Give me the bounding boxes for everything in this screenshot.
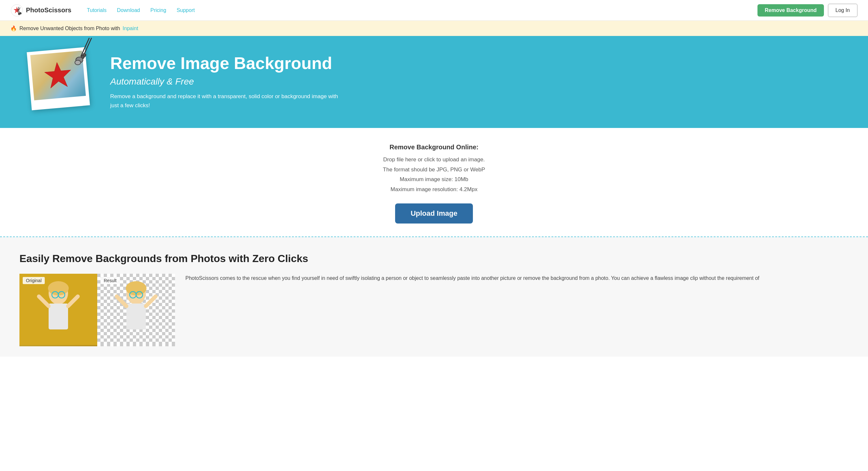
promo-banner: 🔥 Remove Unwanted Objects from Photo wit… bbox=[0, 21, 868, 36]
svg-rect-12 bbox=[49, 304, 68, 330]
navbar-right: Remove Background Log In bbox=[757, 4, 858, 17]
features-description: PhotoScissors comes to the rescue when y… bbox=[185, 274, 848, 282]
fire-emoji: 🔥 bbox=[10, 25, 17, 31]
original-label: Original bbox=[23, 277, 45, 284]
features-content: Original bbox=[20, 274, 848, 346]
upload-image-button[interactable]: Upload Image bbox=[395, 203, 473, 224]
navbar: PhotoScissors Tutorials Download Pricing… bbox=[0, 0, 868, 21]
svg-rect-25 bbox=[126, 304, 146, 330]
hero-image bbox=[26, 46, 97, 117]
comparison-box: Original bbox=[20, 274, 175, 346]
banner-text: Remove Unwanted Objects from Photo with bbox=[20, 26, 120, 31]
nav-links: Tutorials Download Pricing Support bbox=[87, 7, 195, 13]
hero-title: Remove Image Background bbox=[110, 54, 842, 73]
logo-text: PhotoScissors bbox=[26, 6, 71, 14]
hero-description: Remove a background and replace it with … bbox=[110, 92, 344, 109]
person-result bbox=[97, 274, 175, 345]
hero-text: Remove Image Background Automatically & … bbox=[110, 54, 842, 110]
svg-point-3 bbox=[20, 12, 21, 14]
features-text: PhotoScissors comes to the rescue when y… bbox=[185, 274, 848, 282]
scissors-icon bbox=[74, 37, 104, 66]
upload-line1: Drop file here or click to upload an ima… bbox=[10, 155, 858, 165]
nav-tutorials[interactable]: Tutorials bbox=[87, 7, 106, 13]
hero-subtitle: Automatically & Free bbox=[110, 76, 842, 87]
result-panel: Result bbox=[97, 274, 175, 346]
upload-title: Remove Background Online: bbox=[10, 143, 858, 151]
logo-icon bbox=[10, 4, 23, 17]
features-title: Easily Remove Backgrounds from Photos wi… bbox=[20, 253, 848, 265]
upload-section: Remove Background Online: Drop file here… bbox=[0, 128, 868, 237]
upload-line4: Maximum image resolution: 4.2Mpx bbox=[10, 184, 858, 195]
original-panel: Original bbox=[20, 274, 97, 346]
person-original bbox=[20, 274, 97, 345]
svg-point-8 bbox=[75, 60, 81, 65]
svg-marker-4 bbox=[44, 61, 72, 89]
hero-section: Remove Image Background Automatically & … bbox=[0, 36, 868, 128]
result-label: Result bbox=[100, 277, 120, 284]
features-section: Easily Remove Backgrounds from Photos wi… bbox=[0, 237, 868, 357]
logo[interactable]: PhotoScissors bbox=[10, 4, 71, 17]
login-button[interactable]: Log In bbox=[828, 4, 858, 17]
upload-line2: The format should be JPG, PNG or WebP bbox=[10, 165, 858, 175]
inpaint-link[interactable]: Inpaint bbox=[123, 26, 138, 31]
nav-download[interactable]: Download bbox=[117, 7, 140, 13]
remove-background-button[interactable]: Remove Background bbox=[757, 4, 824, 16]
upload-description: Drop file here or click to upload an ima… bbox=[10, 155, 858, 194]
nav-pricing[interactable]: Pricing bbox=[150, 7, 166, 13]
nav-support[interactable]: Support bbox=[177, 7, 195, 13]
starfish-icon bbox=[42, 60, 74, 91]
upload-line3: Maximum image size: 10Mb bbox=[10, 175, 858, 184]
